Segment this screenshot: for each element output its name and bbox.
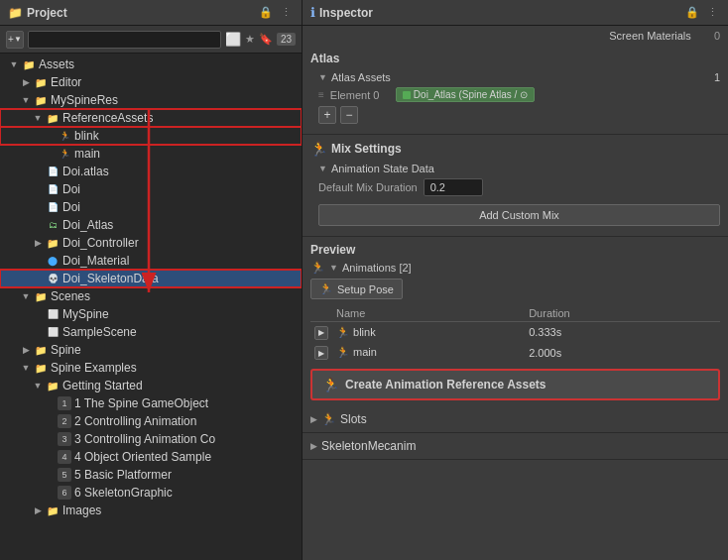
tree-item-myspineres[interactable]: MySpineRes (0, 91, 302, 109)
tree-item-item2[interactable]: 2 2 Controlling Animation (0, 412, 302, 430)
tree-item-images[interactable]: Images (0, 502, 302, 519)
slots-header[interactable]: ▶ 🏃 Slots (303, 406, 728, 432)
anim-state-data-label: Animation State Data (331, 163, 434, 174)
blink-label: blink (74, 129, 99, 143)
myspine-label: MySpine (62, 307, 109, 321)
inspector-menu-icon[interactable]: ⋮ (704, 5, 720, 21)
doi-material-label: Doi_Material (62, 254, 129, 268)
skeletonmecanim-header[interactable]: ▶ SkeletonMecanim (303, 433, 728, 459)
skeletonmecanim-section: ▶ SkeletonMecanim (303, 433, 728, 460)
screen-materials-label: Screen Materials 0 (303, 26, 728, 46)
slots-label: Slots (340, 412, 367, 426)
main-anim-icon: 🏃 (336, 346, 350, 358)
spineexamples-label: Spine Examples (51, 361, 137, 375)
slots-section: ▶ 🏃 Slots (303, 406, 728, 433)
tree-item-samplescene[interactable]: SampleScene (0, 323, 302, 341)
default-mix-row: Default Mix Duration (318, 178, 720, 196)
tree-item-doi-material[interactable]: Doi_Material (0, 252, 302, 270)
play-blink-button[interactable]: ▶ (314, 326, 328, 340)
tree-item-myspine[interactable]: MySpine (0, 305, 302, 323)
filter-icon[interactable]: ⬜ (225, 32, 241, 47)
mix-settings-label: Mix Settings (331, 142, 402, 156)
anim-blink-icon-name: 🏃 blink (332, 322, 525, 343)
spineexamples-folder-icon (34, 361, 48, 375)
atlas-add-minus-row: + − (318, 106, 720, 124)
myspineres-label: MySpineRes (51, 93, 118, 107)
create-animation-assets-button[interactable]: 🏃 Create Animation Reference Assets (310, 369, 720, 400)
atlas-assets-label: Atlas Assets (331, 71, 391, 83)
atlas-element-row: ≡ Element 0 Doi_Atlas (Spine Atlas / ⊙ (318, 87, 720, 102)
star-icon[interactable]: ★ (245, 33, 255, 46)
setup-pose-button[interactable]: 🏃 Setup Pose (310, 279, 403, 299)
anim-main-name: main (353, 346, 377, 358)
tree-item-doi-atlas[interactable]: Doi.atlas (0, 163, 302, 180)
tag-icon[interactable]: 🔖 (259, 33, 273, 46)
tree-item-main[interactable]: main (0, 145, 302, 163)
atlas-add-button[interactable]: + (318, 106, 336, 124)
default-mix-input[interactable] (424, 178, 483, 196)
assets-label: Assets (39, 57, 74, 71)
tree-item-assets[interactable]: Assets (0, 56, 302, 73)
editor-arrow-icon (20, 76, 32, 88)
asset-count-badge: 23 (277, 33, 296, 46)
tree-item-gettingstarted[interactable]: Getting Started (0, 377, 302, 394)
atlas-header: Atlas (310, 52, 720, 65)
myspine-scene-icon (46, 307, 60, 321)
tree-item-spineexamples[interactable]: Spine Examples (0, 359, 302, 377)
anim-state-data-header: ▼ Animation State Data (318, 163, 720, 174)
item3-num-icon: 3 (58, 432, 71, 446)
tree-item-blink[interactable]: blink (0, 127, 302, 145)
anim-main-play-cell: ▶ (310, 343, 332, 364)
anim-row-main: ▶ 🏃 main 2.000s (310, 343, 720, 364)
tree-item-doi1[interactable]: Doi (0, 180, 302, 198)
tree-item-item1[interactable]: 1 1 The Spine GameObject (0, 394, 302, 412)
tree-item-scenes[interactable]: Scenes (0, 287, 302, 305)
anim-col-duration: Duration (525, 305, 720, 322)
tree-item-referenceassets[interactable]: ReferenceAssets (0, 109, 302, 127)
atlas-target-icon: ⊙ (520, 89, 528, 100)
setup-pose-icon: 🏃 (319, 282, 333, 295)
add-custom-mix-button[interactable]: Add Custom Mix (318, 204, 720, 226)
doi-atlas2-icon (46, 218, 60, 232)
animations-header: 🏃 ▼ Animations [2] (310, 261, 720, 275)
tree-item-doi-skeletondata[interactable]: Doi_SkeletonData (0, 270, 302, 287)
doi-atlas-label: Doi.atlas (62, 165, 109, 178)
editor-label: Editor (51, 75, 81, 89)
anim-table-header-row: Name Duration (310, 305, 720, 322)
tree-item-item4[interactable]: 4 4 Object Oriented Sample (0, 448, 302, 466)
tree-item-item6[interactable]: 6 6 SkeletonGraphic (0, 484, 302, 502)
add-button[interactable]: + ▼ (6, 31, 24, 49)
inspector-title-row: ℹ Inspector (310, 5, 373, 20)
tree-item-editor[interactable]: Editor (0, 73, 302, 91)
play-main-button[interactable]: ▶ (314, 346, 328, 360)
anim-col-name: Name (332, 305, 525, 322)
element-handle-icon: ≡ (318, 89, 324, 100)
project-title: 📁 Project (8, 6, 67, 20)
project-title-text: Project (27, 6, 67, 20)
atlas-ref[interactable]: Doi_Atlas (Spine Atlas / ⊙ (396, 87, 536, 102)
tree-item-spine[interactable]: Spine (0, 341, 302, 359)
menu-icon[interactable]: ⋮ (278, 5, 294, 21)
inspector-header-icons: 🔒 ⋮ (684, 5, 720, 21)
atlas-minus-button[interactable]: − (340, 106, 358, 124)
myspineres-arrow-icon (20, 94, 32, 106)
tree-item-item3[interactable]: 3 3 Controlling Animation Co (0, 430, 302, 448)
search-input[interactable] (28, 31, 221, 49)
gettingstarted-label: Getting Started (62, 379, 143, 392)
anim-blink-duration: 0.333s (525, 322, 720, 343)
item6-num-icon: 6 (58, 486, 71, 500)
tree-item-item5[interactable]: 5 5 Basic Platformer (0, 466, 302, 484)
blink-spine-icon (58, 129, 71, 143)
tree-item-doi2[interactable]: Doi (0, 198, 302, 216)
inspector-title: Inspector (319, 6, 373, 20)
inspector-panel: ℹ Inspector 🔒 ⋮ Screen Materials 0 Atlas… (303, 0, 728, 560)
scenes-arrow-icon (20, 290, 32, 302)
tree-item-doi-controller[interactable]: Doi_Controller (0, 234, 302, 252)
lock-icon[interactable]: 🔒 (258, 5, 274, 21)
editor-folder-icon (34, 75, 48, 89)
item5-num-icon: 5 (58, 468, 71, 482)
spine-label: Spine (51, 343, 81, 357)
tree-item-doi-atlas2[interactable]: Doi_Atlas (0, 216, 302, 234)
inspector-lock-icon[interactable]: 🔒 (684, 5, 700, 21)
doi2-doc-icon (46, 200, 60, 214)
